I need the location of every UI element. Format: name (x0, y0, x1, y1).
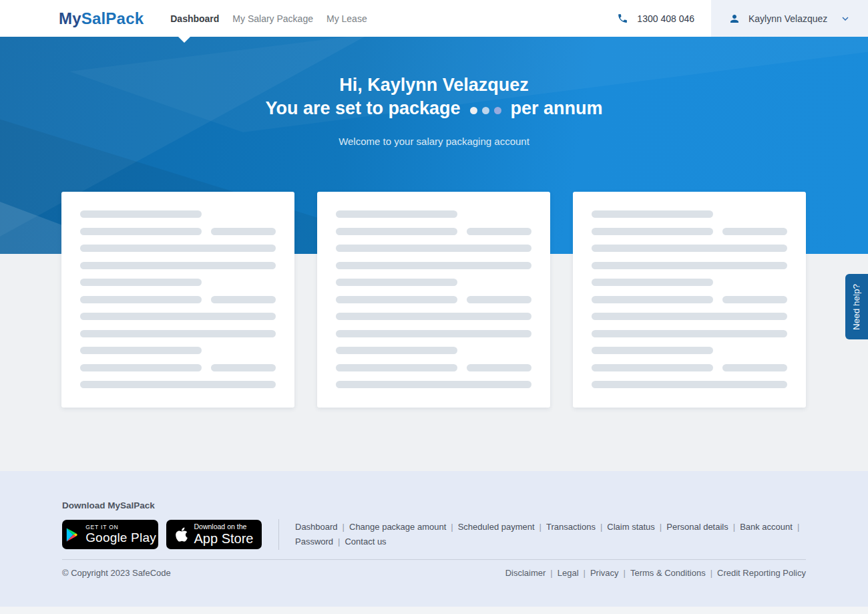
hero-subtitle: Welcome to your salary packaging account (0, 136, 868, 147)
skeleton-bar (592, 279, 713, 286)
skeleton-bar (722, 228, 787, 235)
skeleton-bar (592, 381, 787, 388)
skeleton-bar (592, 313, 787, 320)
skeleton-bar (336, 364, 457, 371)
skeleton-row (592, 245, 787, 252)
skeleton-bar (80, 210, 202, 218)
skeleton-bar (467, 296, 531, 303)
footer-links: Dashboard|Change package amount|Schedule… (295, 520, 806, 549)
footer-link-claim-status[interactable]: Claim status (607, 520, 655, 534)
skeleton-row (336, 210, 531, 218)
need-help-tab[interactable]: Need help? (845, 274, 868, 339)
footer-link-change-package-amount[interactable]: Change package amount (349, 520, 446, 534)
apple-icon (175, 526, 188, 543)
legal-link-legal[interactable]: Legal (558, 568, 579, 578)
legal-link-privacy[interactable]: Privacy (590, 568, 619, 578)
primary-nav: DashboardMy Salary PackageMy Lease (164, 13, 373, 24)
skeleton-bar (592, 364, 713, 371)
skeleton-bar (592, 347, 713, 354)
skeleton-row (80, 313, 276, 320)
skeleton-bar (80, 364, 202, 371)
phone-contact[interactable]: 1300 408 046 (617, 13, 694, 24)
user-menu[interactable]: Kaylynn Velazquez (711, 0, 868, 37)
skeleton-bar (336, 381, 531, 388)
skeleton-row (80, 296, 276, 303)
footer-link-bank-account[interactable]: Bank account (740, 520, 793, 534)
skeleton-row (592, 262, 787, 269)
skeleton-row (80, 330, 276, 337)
nav-tab-my-salary-package[interactable]: My Salary Package (232, 13, 313, 24)
skeleton-row (80, 262, 276, 269)
legal-link-terms-conditions[interactable]: Terms & Conditions (630, 568, 706, 578)
footer-link-scheduled-payment[interactable]: Scheduled payment (458, 520, 535, 534)
skeleton-bar (211, 228, 276, 235)
skeleton-bar (80, 228, 202, 235)
skeleton-bar (722, 296, 787, 303)
skeleton-row (80, 210, 276, 218)
hero-greeting: Hi, Kaylynn Velazquez (0, 73, 868, 97)
legal-link-disclaimer[interactable]: Disclaimer (505, 568, 546, 578)
footer-link-password[interactable]: Password (295, 534, 333, 549)
skeleton-row (592, 313, 787, 320)
user-name: Kaylynn Velazquez (748, 13, 827, 24)
footer-link-contact-us[interactable]: Contact us (345, 534, 386, 549)
skeleton-row (336, 347, 531, 354)
link-separator: | (733, 520, 735, 534)
loader-dot (470, 107, 477, 114)
skeleton-card (573, 192, 806, 408)
skeleton-bar (722, 364, 787, 371)
logo-text-my: My (59, 9, 81, 27)
nav-tab-dashboard[interactable]: Dashboard (170, 13, 219, 24)
footer-row: GET IT ON Google Play Download on the Ap… (62, 519, 806, 550)
skeleton-row (336, 245, 531, 252)
skeleton-row (336, 381, 531, 388)
footer-link-transactions[interactable]: Transactions (546, 520, 596, 534)
skeleton-bar (467, 364, 531, 371)
skeleton-row (592, 210, 787, 218)
skeleton-bar (80, 347, 202, 354)
topbar-right: 1300 408 046 Kaylynn Velazquez (617, 0, 868, 37)
google-play-line1: GET IT ON (85, 524, 156, 531)
skeleton-bar (336, 245, 531, 252)
link-separator: | (797, 520, 799, 534)
link-separator: | (600, 520, 602, 534)
active-tab-notch (178, 37, 190, 43)
chevron-down-icon (840, 13, 851, 24)
dashboard-cards (61, 192, 806, 408)
skeleton-card (61, 192, 294, 408)
need-help-label: Need help? (852, 283, 862, 329)
skeleton-bar (80, 279, 202, 286)
google-play-badge[interactable]: GET IT ON Google Play (62, 520, 158, 549)
skeleton-bar (80, 262, 276, 269)
top-nav-bar: MySalPack DashboardMy Salary PackageMy L… (0, 0, 868, 37)
link-separator: | (539, 520, 541, 534)
skeleton-bar (592, 210, 713, 218)
footer-link-personal-details[interactable]: Personal details (666, 520, 728, 534)
logo-text-salpack: SalPack (81, 9, 144, 27)
package-line-suffix: per annum (511, 97, 603, 120)
skeleton-row (80, 245, 276, 252)
skeleton-bar (592, 245, 787, 252)
skeleton-row (80, 228, 276, 235)
nav-tab-my-lease[interactable]: My Lease (327, 13, 367, 24)
skeleton-bar (592, 330, 787, 337)
skeleton-bar (592, 228, 713, 235)
copyright-text: © Copyright 2023 SafeCode (62, 568, 171, 578)
footer-link-dashboard[interactable]: Dashboard (295, 520, 338, 534)
legal-link-credit-reporting-policy[interactable]: Credit Reporting Policy (717, 568, 806, 578)
app-logo[interactable]: MySalPack (59, 9, 144, 28)
skeleton-row (592, 330, 787, 337)
phone-number: 1300 408 046 (637, 13, 694, 24)
skeleton-row (336, 296, 531, 303)
footer-vertical-divider (278, 519, 279, 550)
loader-dot (494, 107, 501, 114)
skeleton-bar (80, 313, 276, 320)
skeleton-row (336, 262, 531, 269)
link-separator: | (660, 520, 662, 534)
skeleton-row (336, 228, 531, 235)
skeleton-bar (336, 347, 457, 354)
skeleton-bar (336, 296, 457, 303)
skeleton-row (336, 364, 531, 371)
app-store-badge[interactable]: Download on the App Store (166, 520, 262, 549)
phone-icon (617, 13, 628, 24)
